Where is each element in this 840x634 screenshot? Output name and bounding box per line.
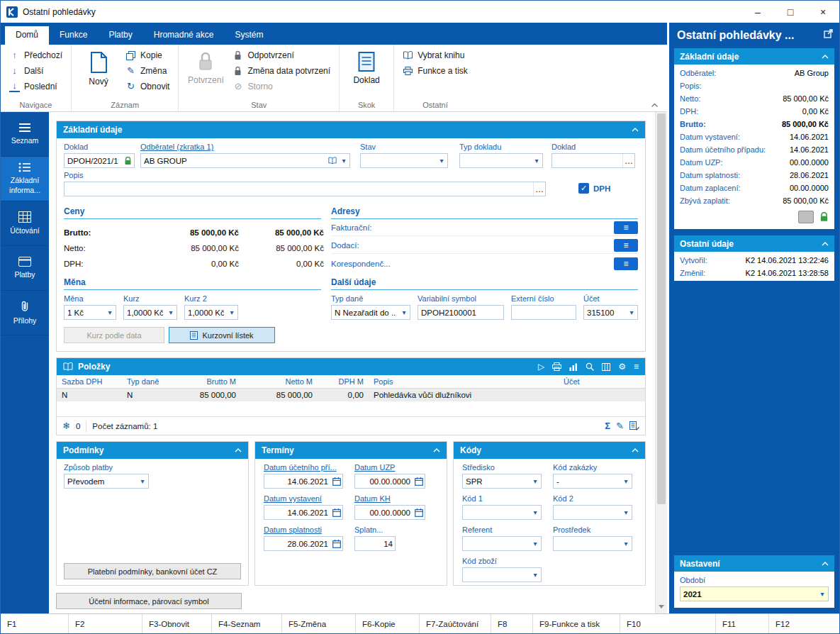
sidebar-item-zakladni-informace[interactable]: Základní informa... (1, 157, 49, 201)
dropdown-icon[interactable]: ▾ (530, 474, 541, 488)
panel-header-polozky[interactable]: Položky ▷ (57, 358, 645, 375)
odberatel-field[interactable]: ▾ (140, 153, 350, 168)
collapse-chevron-icon[interactable] (235, 448, 242, 452)
column-header-ucet[interactable]: Účet (559, 375, 645, 388)
kod-zbozi-field[interactable]: ▾ (462, 567, 542, 582)
typ-dane-input[interactable] (332, 308, 398, 317)
table-menu-icon[interactable]: ≡ (634, 362, 639, 371)
datum-kh-label[interactable]: Datum KH (354, 494, 425, 503)
statusbar-f3-obnovit[interactable]: F3-Obnovit (142, 614, 212, 633)
predchozi-button[interactable]: ↑ Předchozí (5, 48, 67, 63)
datum-kh-field[interactable] (354, 505, 425, 520)
prostredek-field[interactable]: ▾ (553, 536, 632, 551)
statusbar-f2[interactable]: F2 (69, 614, 142, 633)
splatnost-input[interactable] (355, 540, 395, 548)
ellipsis-button[interactable]: … (622, 154, 634, 167)
dropdown-icon[interactable]: ▾ (530, 537, 541, 550)
tab-system[interactable]: Systém (224, 26, 274, 45)
scrollbar-thumb[interactable] (657, 113, 666, 504)
statusbar-f9-funkce-a-tisk[interactable]: F9-Funkce a tisk (533, 614, 620, 633)
statusbar-f11[interactable]: F11 (716, 614, 769, 633)
datum-ucetniho-pripadu-input[interactable] (264, 477, 330, 486)
platebni-podminky-button[interactable]: Platební podmínky, bankovní účet CZ (64, 563, 241, 579)
typ-dokladu-input[interactable] (460, 157, 531, 165)
statusbar-f4-seznam[interactable]: F4-Seznam (212, 614, 282, 633)
ellipsis-button[interactable]: … (533, 182, 545, 196)
statusbar-f8[interactable]: F8 (491, 614, 533, 633)
externi-cislo-input[interactable] (512, 308, 576, 317)
column-header-netto-m[interactable]: Netto M (241, 375, 318, 388)
novy-button[interactable]: Nový (76, 48, 121, 88)
panel-header-zakladni-udaje[interactable]: Základní údaje (57, 121, 645, 138)
datum-uzp-label[interactable]: Datum UZP (354, 463, 425, 472)
chart-icon[interactable] (569, 363, 578, 371)
lookup-icon[interactable] (326, 154, 338, 167)
calendar-icon[interactable] (330, 474, 342, 488)
dropdown-icon[interactable]: ▾ (817, 587, 828, 601)
storno-button[interactable]: ⊘ Storno (228, 79, 335, 94)
dropdown-icon[interactable]: ▾ (530, 568, 541, 582)
fakturacni-menu-button[interactable]: ≡ (614, 221, 638, 234)
dropdown-icon[interactable]: ▾ (226, 306, 237, 319)
print-icon[interactable] (552, 362, 561, 371)
kurz2-input[interactable] (185, 308, 226, 317)
korespondencni-menu-button[interactable]: ≡ (614, 257, 638, 270)
funkce-a-tisk-button[interactable]: Funkce a tisk (398, 63, 472, 79)
zmena-button[interactable]: ✎ Změna (121, 63, 174, 79)
odpotvrzeni-button[interactable]: Odpotvrzení (228, 48, 335, 63)
doklad2-field[interactable]: … (551, 153, 635, 168)
kod1-input[interactable] (463, 508, 530, 517)
column-header-dph-m[interactable]: DPH M (318, 375, 369, 388)
prostredek-input[interactable] (554, 540, 620, 548)
column-header-popis[interactable]: Popis (369, 375, 559, 388)
settings-gear-icon[interactable]: ⚙ (618, 362, 626, 371)
scrollbar-down-arrow[interactable] (656, 601, 667, 612)
dropdown-icon[interactable]: ▾ (620, 474, 632, 488)
obdobi-field[interactable]: ▾ (680, 586, 829, 601)
minimize-button[interactable]: – (741, 1, 774, 23)
collapse-chevron-icon[interactable] (822, 562, 829, 566)
datum-splatnosti-field[interactable] (264, 536, 343, 551)
search-icon[interactable] (586, 362, 594, 371)
dalsi-button[interactable]: ↓ Další (5, 63, 67, 79)
detail-header-ostatni-udaje[interactable]: Ostatní údaje (674, 235, 834, 252)
calendar-icon[interactable] (330, 537, 342, 550)
doklad-button[interactable]: Doklad (344, 48, 389, 87)
zmena-data-potvrzeni-button[interactable]: Změna data potvrzení (228, 63, 335, 79)
dodaci-menu-button[interactable]: ≡ (614, 239, 638, 252)
zpusob-platby-field[interactable]: ▾ (64, 474, 149, 489)
sidebar-item-seznam[interactable]: Seznam (1, 112, 49, 157)
detail-header-nastaveni[interactable]: Nastavení (674, 555, 834, 572)
mena-field[interactable]: ▾ (64, 305, 116, 320)
kod2-field[interactable]: ▾ (553, 505, 632, 520)
dropdown-icon[interactable]: ▾ (531, 154, 542, 167)
dropdown-icon[interactable]: ▾ (165, 306, 177, 319)
dropdown-icon[interactable]: ▾ (398, 306, 410, 319)
dropdown-icon[interactable]: ▾ (530, 506, 541, 519)
variabilni-symbol-field[interactable] (418, 305, 504, 320)
doklad2-input[interactable] (552, 157, 622, 165)
datum-kh-input[interactable] (355, 508, 413, 517)
play-icon[interactable]: ▷ (538, 362, 544, 371)
statusbar-f1[interactable]: F1 (1, 614, 69, 633)
tab-funkce[interactable]: Funkce (49, 26, 98, 45)
dropdown-icon[interactable]: ▾ (104, 306, 116, 319)
datum-ucetniho-pripadu-label[interactable]: Datum účetního pří... (264, 463, 343, 472)
sum-sigma-icon[interactable]: Σ (605, 421, 610, 430)
kod2-input[interactable] (554, 508, 620, 517)
stredisko-input[interactable] (463, 477, 530, 486)
dropdown-icon[interactable]: ▾ (338, 154, 349, 167)
obnovit-button[interactable]: ↻ Obnovit (121, 79, 174, 94)
column-header-brutto-m[interactable]: Brutto M (164, 375, 241, 388)
datum-uzp-input[interactable] (355, 477, 413, 486)
statusbar-f5-zmena[interactable]: F5-Změna (282, 614, 356, 633)
statusbar-f10[interactable]: F10 (620, 614, 716, 633)
kurz2-field[interactable]: ▾ (184, 305, 238, 320)
dropdown-icon[interactable]: ▾ (620, 537, 632, 550)
odberatel-field-label[interactable]: Odběratel (zkratka 1) (140, 143, 350, 151)
kurz-input[interactable] (124, 308, 165, 317)
mena-input[interactable] (65, 308, 104, 317)
dropdown-icon[interactable]: ▾ (620, 506, 632, 519)
datum-vystaveni-field[interactable] (264, 505, 343, 520)
popis-field[interactable]: … (64, 182, 546, 196)
